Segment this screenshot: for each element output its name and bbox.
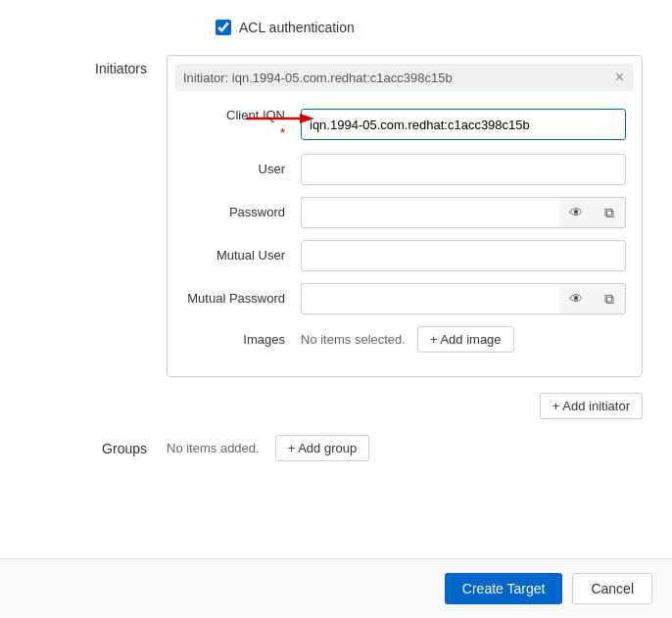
red-arrow-indicator: [246, 109, 314, 128]
initiators-label: Initiators: [29, 55, 167, 76]
password-input[interactable]: [301, 197, 559, 228]
user-input[interactable]: [301, 154, 626, 185]
mutual-password-copy-button[interactable]: ⧉: [593, 283, 626, 314]
mutual-user-input[interactable]: [301, 240, 626, 271]
add-image-label: + Add image: [430, 332, 502, 347]
no-items-added-text: No items added.: [167, 441, 260, 455]
mutual-password-row: Mutual Password 👁 ⧉: [183, 283, 626, 314]
initiator-header: Initiator: iqn.1994-05.com.redhat:c1acc3…: [175, 64, 634, 91]
client-iqn-input[interactable]: [301, 109, 626, 140]
password-row: Password 👁 ⧉: [183, 197, 626, 228]
acl-label: ACL authentication: [239, 20, 355, 35]
add-group-label: + Add group: [288, 441, 357, 455]
initiators-content: Initiator: iqn.1994-05.com.redhat:c1acc3…: [167, 55, 643, 377]
mutual-user-row: Mutual User: [183, 240, 626, 271]
images-label: Images: [183, 331, 301, 349]
initiator-box: Initiator: iqn.1994-05.com.redhat:c1acc3…: [167, 55, 643, 377]
initiator-title: Initiator: iqn.1994-05.com.redhat:c1acc3…: [183, 71, 453, 85]
mutual-user-label: Mutual User: [183, 247, 301, 264]
mutual-password-show-button[interactable]: 👁: [559, 283, 593, 314]
mutual-password-field-wrapper: 👁 ⧉: [301, 283, 626, 314]
add-group-button[interactable]: + Add group: [275, 435, 369, 461]
inner-form: Client IQN * User Password: [175, 103, 634, 368]
add-initiator-button[interactable]: + Add initiator: [540, 393, 643, 419]
create-target-button[interactable]: Create Target: [445, 573, 563, 604]
password-show-button[interactable]: 👁: [559, 197, 593, 228]
mutual-password-label: Mutual Password: [183, 290, 301, 308]
add-initiator-row: + Add initiator: [29, 393, 643, 419]
groups-content: No items added. + Add group: [167, 435, 643, 461]
initiators-row: Initiators Initiator: iqn.1994-05.com.re…: [29, 55, 643, 377]
cancel-button[interactable]: Cancel: [572, 573, 652, 604]
acl-row: ACL authentication: [29, 20, 643, 35]
add-image-button[interactable]: + Add image: [417, 326, 514, 353]
no-items-selected-text: No items selected.: [301, 332, 406, 347]
password-copy-button[interactable]: ⧉: [593, 197, 626, 228]
user-label: User: [183, 161, 301, 178]
groups-label: Groups: [29, 435, 167, 456]
footer: Create Target Cancel: [0, 558, 672, 618]
acl-checkbox[interactable]: [216, 20, 231, 35]
images-content: No items selected. + Add image: [301, 326, 514, 353]
svg-marker-1: [300, 114, 314, 123]
content-area: ACL authentication Initiators Initiator:…: [0, 0, 672, 558]
add-initiator-label: + Add initiator: [552, 399, 630, 413]
user-row: User: [183, 154, 626, 185]
images-row: Images No items selected. + Add image: [183, 326, 626, 353]
password-field-wrapper: 👁 ⧉: [301, 197, 626, 228]
groups-row: Groups No items added. + Add group: [29, 435, 643, 461]
mutual-password-input[interactable]: [301, 283, 559, 314]
page-container: ACL authentication Initiators Initiator:…: [0, 0, 672, 618]
password-label: Password: [183, 204, 301, 221]
initiator-close-button[interactable]: ×: [613, 70, 626, 85]
